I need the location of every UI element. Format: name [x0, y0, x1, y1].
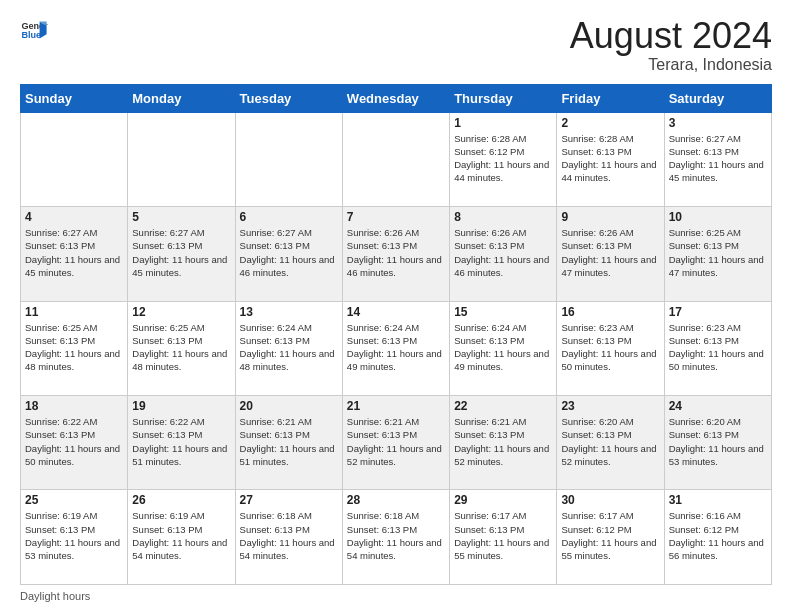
calendar-cell: 29Sunrise: 6:17 AM Sunset: 6:13 PM Dayli…	[450, 490, 557, 585]
calendar-cell	[235, 112, 342, 206]
calendar-cell	[128, 112, 235, 206]
calendar-cell: 14Sunrise: 6:24 AM Sunset: 6:13 PM Dayli…	[342, 301, 449, 395]
calendar-cell: 31Sunrise: 6:16 AM Sunset: 6:12 PM Dayli…	[664, 490, 771, 585]
day-info: Sunrise: 6:26 AM Sunset: 6:13 PM Dayligh…	[561, 226, 659, 279]
calendar-cell: 27Sunrise: 6:18 AM Sunset: 6:13 PM Dayli…	[235, 490, 342, 585]
day-info: Sunrise: 6:21 AM Sunset: 6:13 PM Dayligh…	[454, 415, 552, 468]
month-title: August 2024	[570, 16, 772, 56]
weekday-header-saturday: Saturday	[664, 84, 771, 112]
day-info: Sunrise: 6:18 AM Sunset: 6:13 PM Dayligh…	[347, 509, 445, 562]
day-number: 13	[240, 305, 338, 319]
day-number: 8	[454, 210, 552, 224]
day-info: Sunrise: 6:24 AM Sunset: 6:13 PM Dayligh…	[454, 321, 552, 374]
day-info: Sunrise: 6:26 AM Sunset: 6:13 PM Dayligh…	[347, 226, 445, 279]
day-info: Sunrise: 6:18 AM Sunset: 6:13 PM Dayligh…	[240, 509, 338, 562]
day-number: 10	[669, 210, 767, 224]
calendar-cell: 17Sunrise: 6:23 AM Sunset: 6:13 PM Dayli…	[664, 301, 771, 395]
location: Terara, Indonesia	[570, 56, 772, 74]
calendar-cell: 10Sunrise: 6:25 AM Sunset: 6:13 PM Dayli…	[664, 207, 771, 301]
day-number: 7	[347, 210, 445, 224]
day-info: Sunrise: 6:24 AM Sunset: 6:13 PM Dayligh…	[347, 321, 445, 374]
day-info: Sunrise: 6:21 AM Sunset: 6:13 PM Dayligh…	[347, 415, 445, 468]
day-number: 1	[454, 116, 552, 130]
daylight-label: Daylight hours	[20, 590, 90, 602]
day-info: Sunrise: 6:22 AM Sunset: 6:13 PM Dayligh…	[25, 415, 123, 468]
svg-text:Blue: Blue	[21, 30, 41, 40]
day-number: 29	[454, 493, 552, 507]
calendar-cell: 16Sunrise: 6:23 AM Sunset: 6:13 PM Dayli…	[557, 301, 664, 395]
day-number: 17	[669, 305, 767, 319]
day-number: 27	[240, 493, 338, 507]
day-info: Sunrise: 6:17 AM Sunset: 6:12 PM Dayligh…	[561, 509, 659, 562]
day-info: Sunrise: 6:19 AM Sunset: 6:13 PM Dayligh…	[25, 509, 123, 562]
calendar-cell: 1Sunrise: 6:28 AM Sunset: 6:12 PM Daylig…	[450, 112, 557, 206]
weekday-header-tuesday: Tuesday	[235, 84, 342, 112]
day-info: Sunrise: 6:19 AM Sunset: 6:13 PM Dayligh…	[132, 509, 230, 562]
calendar-cell: 21Sunrise: 6:21 AM Sunset: 6:13 PM Dayli…	[342, 396, 449, 490]
day-info: Sunrise: 6:22 AM Sunset: 6:13 PM Dayligh…	[132, 415, 230, 468]
day-number: 9	[561, 210, 659, 224]
calendar-cell	[21, 112, 128, 206]
day-number: 12	[132, 305, 230, 319]
day-info: Sunrise: 6:23 AM Sunset: 6:13 PM Dayligh…	[669, 321, 767, 374]
day-info: Sunrise: 6:20 AM Sunset: 6:13 PM Dayligh…	[669, 415, 767, 468]
calendar-cell: 22Sunrise: 6:21 AM Sunset: 6:13 PM Dayli…	[450, 396, 557, 490]
weekday-header-monday: Monday	[128, 84, 235, 112]
day-info: Sunrise: 6:28 AM Sunset: 6:12 PM Dayligh…	[454, 132, 552, 185]
calendar-cell: 9Sunrise: 6:26 AM Sunset: 6:13 PM Daylig…	[557, 207, 664, 301]
day-info: Sunrise: 6:23 AM Sunset: 6:13 PM Dayligh…	[561, 321, 659, 374]
day-number: 26	[132, 493, 230, 507]
weekday-header-row: SundayMondayTuesdayWednesdayThursdayFrid…	[21, 84, 772, 112]
day-info: Sunrise: 6:25 AM Sunset: 6:13 PM Dayligh…	[132, 321, 230, 374]
day-info: Sunrise: 6:17 AM Sunset: 6:13 PM Dayligh…	[454, 509, 552, 562]
day-info: Sunrise: 6:27 AM Sunset: 6:13 PM Dayligh…	[132, 226, 230, 279]
calendar-cell: 3Sunrise: 6:27 AM Sunset: 6:13 PM Daylig…	[664, 112, 771, 206]
day-info: Sunrise: 6:26 AM Sunset: 6:13 PM Dayligh…	[454, 226, 552, 279]
day-info: Sunrise: 6:21 AM Sunset: 6:13 PM Dayligh…	[240, 415, 338, 468]
weekday-header-thursday: Thursday	[450, 84, 557, 112]
calendar-cell: 18Sunrise: 6:22 AM Sunset: 6:13 PM Dayli…	[21, 396, 128, 490]
generalblue-logo-icon: General Blue	[20, 16, 48, 44]
calendar-cell: 15Sunrise: 6:24 AM Sunset: 6:13 PM Dayli…	[450, 301, 557, 395]
day-number: 2	[561, 116, 659, 130]
calendar-cell: 4Sunrise: 6:27 AM Sunset: 6:13 PM Daylig…	[21, 207, 128, 301]
day-number: 31	[669, 493, 767, 507]
day-info: Sunrise: 6:25 AM Sunset: 6:13 PM Dayligh…	[669, 226, 767, 279]
day-number: 14	[347, 305, 445, 319]
calendar-cell: 28Sunrise: 6:18 AM Sunset: 6:13 PM Dayli…	[342, 490, 449, 585]
day-number: 20	[240, 399, 338, 413]
logo: General Blue	[20, 16, 48, 44]
day-info: Sunrise: 6:16 AM Sunset: 6:12 PM Dayligh…	[669, 509, 767, 562]
calendar-cell: 25Sunrise: 6:19 AM Sunset: 6:13 PM Dayli…	[21, 490, 128, 585]
day-number: 19	[132, 399, 230, 413]
day-number: 18	[25, 399, 123, 413]
week-row-1: 1Sunrise: 6:28 AM Sunset: 6:12 PM Daylig…	[21, 112, 772, 206]
day-number: 16	[561, 305, 659, 319]
day-number: 15	[454, 305, 552, 319]
calendar-cell: 30Sunrise: 6:17 AM Sunset: 6:12 PM Dayli…	[557, 490, 664, 585]
calendar-cell: 11Sunrise: 6:25 AM Sunset: 6:13 PM Dayli…	[21, 301, 128, 395]
calendar-cell: 19Sunrise: 6:22 AM Sunset: 6:13 PM Dayli…	[128, 396, 235, 490]
calendar-cell: 8Sunrise: 6:26 AM Sunset: 6:13 PM Daylig…	[450, 207, 557, 301]
header: General Blue August 2024 Terara, Indones…	[20, 16, 772, 74]
weekday-header-sunday: Sunday	[21, 84, 128, 112]
day-number: 3	[669, 116, 767, 130]
day-number: 21	[347, 399, 445, 413]
week-row-3: 11Sunrise: 6:25 AM Sunset: 6:13 PM Dayli…	[21, 301, 772, 395]
calendar-cell: 2Sunrise: 6:28 AM Sunset: 6:13 PM Daylig…	[557, 112, 664, 206]
day-number: 25	[25, 493, 123, 507]
calendar-cell: 5Sunrise: 6:27 AM Sunset: 6:13 PM Daylig…	[128, 207, 235, 301]
calendar-cell: 6Sunrise: 6:27 AM Sunset: 6:13 PM Daylig…	[235, 207, 342, 301]
day-info: Sunrise: 6:27 AM Sunset: 6:13 PM Dayligh…	[240, 226, 338, 279]
day-number: 5	[132, 210, 230, 224]
calendar-cell: 20Sunrise: 6:21 AM Sunset: 6:13 PM Dayli…	[235, 396, 342, 490]
day-info: Sunrise: 6:27 AM Sunset: 6:13 PM Dayligh…	[25, 226, 123, 279]
calendar-cell	[342, 112, 449, 206]
calendar-cell: 23Sunrise: 6:20 AM Sunset: 6:13 PM Dayli…	[557, 396, 664, 490]
week-row-2: 4Sunrise: 6:27 AM Sunset: 6:13 PM Daylig…	[21, 207, 772, 301]
calendar-cell: 26Sunrise: 6:19 AM Sunset: 6:13 PM Dayli…	[128, 490, 235, 585]
day-number: 24	[669, 399, 767, 413]
calendar-cell: 13Sunrise: 6:24 AM Sunset: 6:13 PM Dayli…	[235, 301, 342, 395]
weekday-header-wednesday: Wednesday	[342, 84, 449, 112]
day-number: 11	[25, 305, 123, 319]
